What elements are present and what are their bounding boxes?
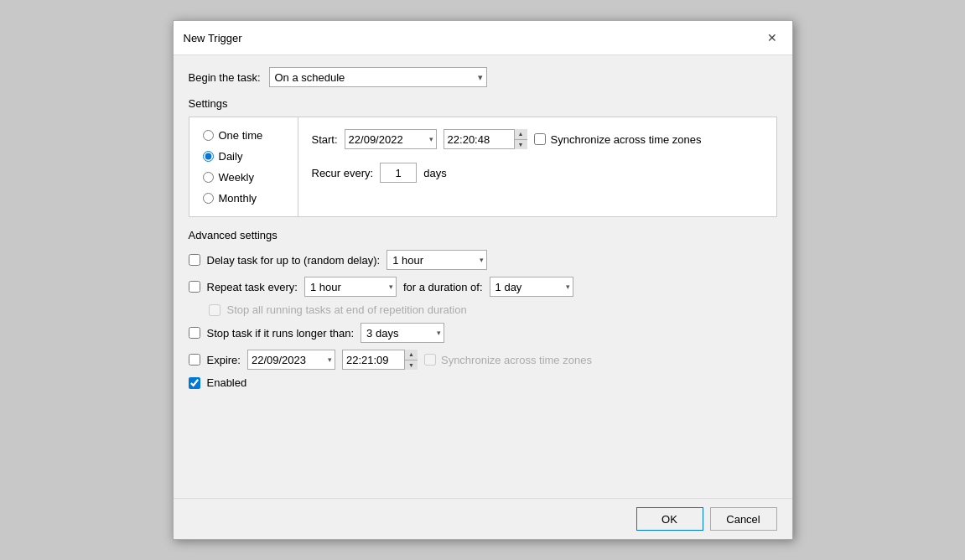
schedule-details-panel: Start: 22/09/2022 ▲ ▼ Synchronize across	[298, 117, 776, 216]
duration-select-wrapper: 1 day 1 hour Indefinitely	[490, 277, 573, 297]
repeat-task-select[interactable]: 1 hour 30 minutes 2 hours	[304, 277, 397, 297]
start-label: Start:	[312, 133, 338, 146]
settings-area: One time Daily Weekly Monthly Sta	[189, 117, 777, 217]
start-date-wrapper: 22/09/2022	[345, 129, 437, 149]
duration-label: for a duration of:	[403, 281, 483, 293]
ok-button[interactable]: OK	[636, 507, 703, 531]
repeat-task-row: Repeat task every: 1 hour 30 minutes 2 h…	[189, 277, 777, 297]
duration-select[interactable]: 1 day 1 hour Indefinitely	[490, 277, 573, 297]
delay-task-select[interactable]: 1 hour 30 minutes 2 hours	[387, 250, 487, 270]
expire-sync-label: Synchronize across time zones	[441, 354, 592, 366]
radio-weekly[interactable]: Weekly	[203, 171, 284, 184]
stop-running-checkbox	[209, 304, 220, 316]
recur-label: Recur every:	[312, 167, 374, 179]
advanced-settings-label: Advanced settings	[189, 229, 777, 241]
cancel-button[interactable]: Cancel	[710, 507, 777, 531]
repeat-task-checkbox[interactable]	[189, 281, 200, 293]
radio-one-time-label: One time	[219, 129, 263, 142]
dialog-footer: OK Cancel	[174, 498, 792, 539]
sync-timezone-label: Synchronize across time zones	[551, 133, 702, 146]
advanced-settings-section: Advanced settings Delay task for up to (…	[189, 229, 777, 389]
expire-time-down-btn[interactable]: ▼	[404, 360, 418, 371]
dialog-title: New Trigger	[184, 32, 242, 44]
expire-sync-checkbox	[424, 354, 436, 366]
recur-value-input[interactable]	[380, 163, 417, 183]
expire-time-up-btn[interactable]: ▲	[404, 350, 418, 360]
start-row: Start: 22/09/2022 ▲ ▼ Synchronize across	[312, 129, 763, 149]
start-date-input[interactable]: 22/09/2022	[345, 129, 437, 149]
stop-task-select-wrapper: 3 days 1 day 1 hour	[361, 323, 444, 343]
stop-task-row: Stop task if it runs longer than: 3 days…	[189, 323, 777, 343]
expire-sync-row: Synchronize across time zones	[424, 354, 592, 366]
start-time-wrapper: ▲ ▼	[444, 129, 527, 149]
title-bar: New Trigger ✕	[174, 21, 792, 55]
delay-task-checkbox[interactable]	[189, 254, 200, 266]
repeat-task-label: Repeat task every:	[207, 281, 298, 293]
radio-weekly-label: Weekly	[219, 171, 254, 184]
radio-one-time[interactable]: One time	[203, 129, 284, 142]
sync-timezone-checkbox[interactable]	[534, 133, 546, 145]
stop-running-label: Stop all running tasks at end of repetit…	[227, 303, 467, 316]
time-down-btn[interactable]: ▼	[514, 139, 527, 150]
dialog-body: Begin the task: On a schedule At log on …	[174, 55, 792, 498]
stop-running-row: Stop all running tasks at end of repetit…	[209, 303, 777, 316]
recur-unit-label: days	[423, 167, 446, 179]
radio-daily-label: Daily	[219, 150, 243, 163]
schedule-type-panel: One time Daily Weekly Monthly	[189, 117, 298, 216]
recur-row: Recur every: days	[312, 163, 763, 183]
time-spinner-btns: ▲ ▼	[514, 129, 527, 149]
expire-time-wrapper: ▲ ▼	[342, 350, 418, 370]
begin-task-select[interactable]: On a schedule At log on At startup On id…	[269, 67, 487, 87]
expire-date-wrapper	[247, 350, 335, 370]
repeat-task-select-wrapper: 1 hour 30 minutes 2 hours	[304, 277, 397, 297]
expire-time-spinner-btns: ▲ ▼	[404, 350, 418, 370]
close-button[interactable]: ✕	[762, 28, 782, 48]
radio-daily[interactable]: Daily	[203, 150, 284, 163]
expire-date-input[interactable]	[247, 350, 335, 370]
time-up-btn[interactable]: ▲	[514, 129, 527, 139]
stop-task-checkbox[interactable]	[189, 327, 200, 339]
radio-monthly[interactable]: Monthly	[203, 192, 284, 205]
delay-task-label: Delay task for up to (random delay):	[207, 254, 381, 267]
begin-task-label: Begin the task:	[189, 71, 261, 84]
new-trigger-dialog: New Trigger ✕ Begin the task: On a sched…	[173, 20, 793, 540]
radio-monthly-label: Monthly	[219, 192, 257, 205]
settings-label: Settings	[189, 97, 777, 110]
enabled-checkbox[interactable]	[189, 377, 200, 389]
delay-task-select-wrapper: 1 hour 30 minutes 2 hours	[387, 250, 487, 270]
delay-task-row: Delay task for up to (random delay): 1 h…	[189, 250, 777, 270]
expire-checkbox[interactable]	[189, 354, 200, 366]
expire-row: Expire: ▲ ▼ Synchronize across time zone…	[189, 350, 777, 370]
begin-task-row: Begin the task: On a schedule At log on …	[189, 67, 777, 87]
stop-task-label: Stop task if it runs longer than:	[207, 327, 355, 340]
expire-label: Expire:	[207, 354, 241, 366]
enabled-label: Enabled	[207, 376, 247, 389]
stop-task-select[interactable]: 3 days 1 day 1 hour	[361, 323, 444, 343]
begin-task-select-wrapper: On a schedule At log on At startup On id…	[269, 67, 487, 87]
sync-time-zone-row: Synchronize across time zones	[534, 133, 702, 146]
enabled-row: Enabled	[189, 376, 777, 389]
